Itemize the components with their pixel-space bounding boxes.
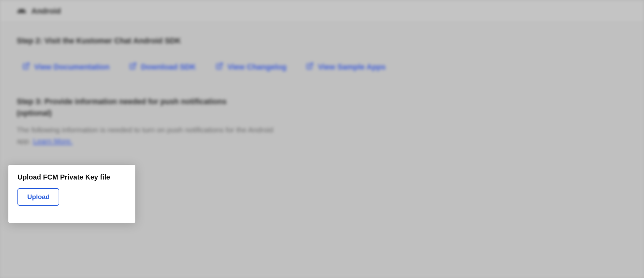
step3-heading: Step 3: Provide information needed for p… (17, 96, 261, 119)
sdk-links-row: View Documentation Download SDK (17, 62, 627, 72)
upload-fcm-label: Upload FCM Private Key file (17, 173, 126, 181)
upload-button[interactable]: Upload (17, 188, 59, 206)
link-label: Download SDK (141, 63, 196, 72)
link-label: View Changelog (227, 63, 287, 72)
upload-fcm-card: Upload FCM Private Key file Upload (8, 165, 135, 223)
view-changelog-link[interactable]: View Changelog (216, 62, 287, 72)
view-documentation-link[interactable]: View Documentation (22, 62, 110, 72)
link-label: View Documentation (34, 63, 110, 72)
view-sample-apps-link[interactable]: View Sample Apps (306, 62, 385, 72)
external-link-icon (22, 62, 30, 72)
step3-description: The following information is needed to t… (17, 124, 289, 146)
external-link-icon (216, 62, 223, 72)
external-link-icon (306, 62, 314, 72)
link-label: View Sample Apps (318, 63, 385, 72)
platform-title: Android (31, 7, 61, 16)
svg-line-2 (219, 63, 222, 67)
learn-more-link[interactable]: Learn More. (33, 137, 73, 145)
platform-header: Android (0, 0, 644, 22)
external-link-icon (129, 62, 137, 72)
download-sdk-link[interactable]: Download SDK (129, 62, 196, 72)
svg-line-0 (25, 63, 29, 67)
step2-heading: Step 2: Visit the Kustomer Chat Android … (17, 36, 627, 45)
svg-line-3 (309, 63, 313, 67)
svg-line-1 (132, 63, 136, 67)
android-icon (17, 8, 27, 15)
